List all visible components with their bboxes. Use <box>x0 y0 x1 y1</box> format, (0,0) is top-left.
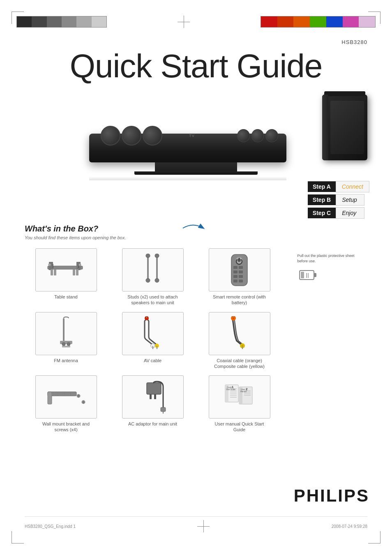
item-studs: Studs (x2) used to attach speakers to ma… <box>111 248 194 306</box>
step-b-name: Setup <box>336 194 364 206</box>
coaxial-cable-icon-box <box>209 312 270 355</box>
svg-point-50 <box>242 345 243 347</box>
step-a-label: Step A <box>308 181 336 192</box>
svg-rect-31 <box>301 272 304 278</box>
fm-antenna-label: FM antenna <box>54 358 78 363</box>
svg-rect-26 <box>233 280 238 282</box>
svg-rect-27 <box>239 280 243 282</box>
table-stand-label: Table stand <box>54 294 77 300</box>
svg-rect-23 <box>239 271 243 273</box>
item-av-cable: AV cable <box>111 312 194 370</box>
speaker-3 <box>143 126 162 146</box>
svg-point-13 <box>146 278 150 282</box>
empty-slot-2 <box>295 375 357 419</box>
svg-rect-24 <box>233 275 238 278</box>
user-manual-label: User manual Quick Start Guide <box>211 421 268 433</box>
subwoofer <box>322 95 367 160</box>
soundbar-base <box>134 171 258 175</box>
svg-rect-73 <box>154 394 156 399</box>
svg-point-9 <box>48 264 51 266</box>
bottom-bar: HSB3280_QSG_Eng.indd 1 2008-07-24 9:59:2… <box>25 516 367 532</box>
crosshair-top <box>178 16 190 28</box>
item-user-manual: Quick Start Guide 1 User Manual 2 User m… <box>198 375 281 433</box>
model-number: HSB3280 <box>341 39 367 45</box>
subwoofer-side <box>322 95 328 160</box>
item-table-stand: Table stand <box>25 248 107 306</box>
small-speaker-1 <box>237 129 250 142</box>
tv-label: TV <box>180 121 204 150</box>
av-cable-svg <box>138 316 167 351</box>
svg-text:Start Guide: Start Guide <box>226 388 235 391</box>
crosshair-bottom-center <box>197 520 210 532</box>
bottom-left-text: HSB3280_QSG_Eng.indd 1 <box>25 524 76 529</box>
svg-rect-3 <box>51 269 53 275</box>
ac-adaptor-svg <box>136 381 169 414</box>
step-c: Step C Enjoy <box>308 207 369 219</box>
steps-panel: Step A Connect Step B Setup Step C Enjoy <box>308 181 369 219</box>
fm-antenna-icon-box <box>35 312 97 355</box>
svg-point-16 <box>155 278 159 282</box>
table-stand-icon-box <box>35 248 97 291</box>
soundbar-grille <box>97 121 171 150</box>
small-speaker-3 <box>265 129 278 142</box>
step-a: Step A Connect <box>308 181 369 192</box>
svg-rect-35 <box>60 341 72 344</box>
svg-rect-6 <box>76 269 78 275</box>
item-ac-adaptor: AC adaptor for main unit <box>111 375 194 433</box>
philips-logo: PHILIPS <box>294 486 369 506</box>
svg-point-12 <box>146 254 150 258</box>
user-manual-svg: Quick Start Guide 1 User Manual 2 <box>222 381 257 414</box>
svg-rect-52 <box>48 392 52 404</box>
battery-note-text: Pull out the plastic protective sheet be… <box>297 253 355 264</box>
step-b-label: Step B <box>308 194 336 205</box>
svg-rect-20 <box>233 266 238 269</box>
soundbar-illustration: TV <box>89 109 303 175</box>
svg-point-37 <box>67 342 70 346</box>
item-fm-antenna: FM antenna <box>25 312 107 370</box>
items-grid: Table stand Studs (x2) used to attach sp… <box>25 248 367 433</box>
remote-label: Smart remote control (with battery) <box>211 294 268 306</box>
remote-svg <box>228 254 251 287</box>
bottom-right-text: 2008-07-24 9:59:28 <box>332 524 367 529</box>
svg-rect-5 <box>73 269 75 275</box>
svg-rect-71 <box>147 383 161 394</box>
speaker-2 <box>122 126 141 146</box>
wall-mount-icon-box <box>35 375 97 419</box>
whats-in-box-section: What's in the Box? You should find these… <box>25 224 367 433</box>
svg-rect-4 <box>54 269 56 275</box>
svg-rect-74 <box>161 407 166 412</box>
subwoofer-front <box>330 101 364 154</box>
studs-icon-box <box>122 248 184 291</box>
item-wall-mount: Wall mount bracket and screws (x4) <box>25 375 107 433</box>
table-stand-svg <box>46 256 87 284</box>
ac-adaptor-label: AC adaptor for main unit <box>128 421 177 427</box>
corner-mark-br <box>368 531 380 543</box>
corner-mark-bl <box>12 531 24 543</box>
color-strip-left <box>16 16 107 28</box>
subwoofer-top <box>324 91 365 96</box>
speaker-1 <box>101 126 120 146</box>
wall-mount-svg <box>46 384 87 410</box>
item-empty-1 <box>285 312 367 370</box>
coaxial-cable-label: Coaxial cable (orange) Composite cable (… <box>211 358 268 370</box>
page-title: Quick Start Guide <box>0 47 392 85</box>
battery-note-box: Pull out the plastic protective sheet be… <box>295 248 357 291</box>
item-empty-2 <box>285 375 367 433</box>
svg-point-36 <box>62 342 65 346</box>
svg-point-15 <box>155 254 159 258</box>
user-manual-icon-box: Quick Start Guide 1 User Manual 2 <box>209 375 270 419</box>
svg-rect-21 <box>239 266 243 269</box>
svg-rect-72 <box>150 394 152 399</box>
svg-rect-22 <box>233 271 238 273</box>
item-coaxial-cable: Coaxial cable (orange) Composite cable (… <box>198 312 281 370</box>
fm-antenna-svg <box>58 316 74 351</box>
studs-label: Studs (x2) used to attach speakers to ma… <box>124 294 182 306</box>
small-speaker-2 <box>251 129 264 142</box>
svg-text:2: 2 <box>246 387 248 391</box>
svg-point-47 <box>233 317 234 319</box>
battery-svg <box>297 266 322 287</box>
step-c-label: Step C <box>308 208 336 218</box>
step-a-name: Connect <box>336 181 369 192</box>
color-strip-right <box>261 16 376 28</box>
svg-rect-34 <box>63 318 65 343</box>
